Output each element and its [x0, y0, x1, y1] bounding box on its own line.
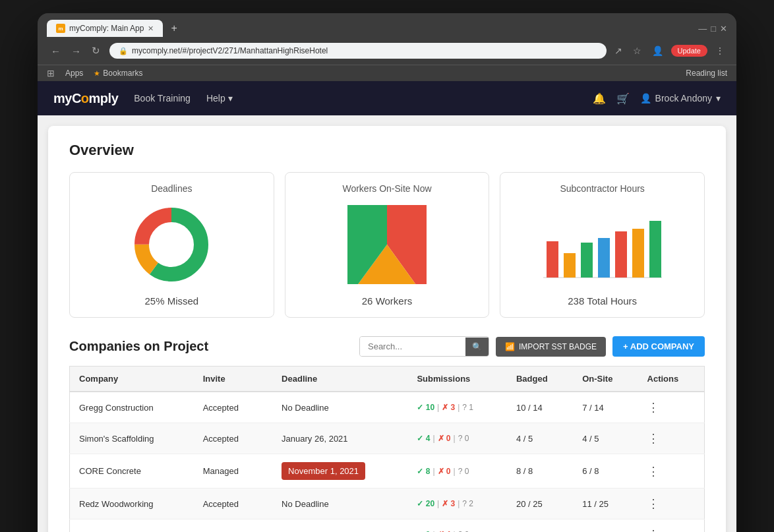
notifications-icon[interactable]: 🔔	[593, 92, 606, 105]
menu-dots-icon[interactable]: ⋮	[713, 43, 727, 59]
user-name: Brock Andony	[655, 93, 712, 103]
deadlines-card-value: 25% Missed	[80, 295, 263, 307]
invite-status: Accepted	[194, 488, 272, 519]
company-name: Simon's Scaffolding	[70, 423, 194, 454]
bar-2	[564, 253, 576, 278]
workers-card-value: 26 Workers	[296, 295, 479, 307]
badged-value: 10 / 14	[507, 392, 573, 423]
onsite-value: 4 / 5	[573, 423, 638, 454]
company-name: Redz Woodworking	[70, 488, 194, 519]
import-icon: 📶	[505, 342, 515, 351]
workers-card-title: Workers On-Site Now	[296, 183, 479, 194]
sep: |	[454, 434, 456, 443]
search-input[interactable]	[360, 337, 465, 356]
col-deadline: Deadline	[272, 367, 407, 392]
row-actions-button[interactable]: ⋮	[647, 431, 660, 446]
bar-1	[547, 241, 558, 278]
user-menu[interactable]: 👤 Brock Andony ▾	[640, 93, 721, 103]
col-onsite: On-Site	[573, 367, 638, 392]
invite-status: Accepted	[194, 392, 272, 423]
submission-values: ✓ 20 | ✗ 3 | ? 2	[417, 499, 498, 508]
workers-pie-chart	[347, 205, 427, 284]
row-actions-button[interactable]: ⋮	[647, 464, 660, 479]
deadlines-card: Deadlines 25% Missed	[69, 172, 274, 318]
submissions-cell: ✓ 4 | ✗ 0 | ? 0	[407, 423, 507, 454]
nav-help-chevron: ▾	[228, 93, 233, 103]
maximize-button[interactable]: □	[711, 24, 716, 34]
deadline-cell: November 1, 2021	[272, 454, 407, 488]
bookmark-star-icon[interactable]: ☆	[630, 43, 644, 59]
close-window-button[interactable]: ✕	[720, 24, 727, 34]
deadline-cell: February 15, 2022	[272, 519, 407, 533]
onsite-value: 0 / 11	[573, 519, 638, 533]
sep: |	[458, 403, 460, 412]
ssl-lock-icon: 🔒	[119, 47, 128, 55]
table-header: Company Invite Deadline Submissions Badg…	[70, 367, 705, 392]
add-company-button[interactable]: + ADD COMPANY	[612, 336, 705, 357]
deadline-cell: January 26, 2021	[272, 423, 407, 454]
overview-title: Overview	[69, 142, 705, 159]
row-actions-button[interactable]: ⋮	[647, 527, 660, 532]
sub-gray: ? 0	[458, 434, 469, 443]
search-box: 🔍	[359, 336, 489, 357]
table-row: Paul's Painting Not Invited February 15,…	[70, 519, 705, 533]
main-content: Overview Deadlines	[48, 126, 726, 532]
update-button[interactable]: Update	[671, 45, 707, 57]
submission-values: ✓ 8 | ✗ 0 | ? 0	[417, 467, 498, 476]
back-button[interactable]: ←	[47, 42, 65, 59]
table-row: Gregg Construction Accepted No Deadline …	[70, 392, 705, 423]
sub-red: ✗ 3	[442, 403, 455, 412]
minimize-button[interactable]: —	[698, 24, 707, 34]
bookmark-apps[interactable]: Apps	[65, 69, 83, 78]
tab-close-button[interactable]: ✕	[148, 24, 154, 33]
address-bar[interactable]: 🔒 mycomply.net/#/projectV2/271/Manhattan…	[109, 43, 607, 59]
companies-header: Companies on Project 🔍 📶 IMPORT SST BADG…	[69, 336, 705, 357]
sep: |	[432, 467, 434, 476]
table-row: Simon's Scaffolding Accepted January 26,…	[70, 423, 705, 454]
tab-label: myComply: Main App	[69, 24, 144, 33]
brand-comply: Comply	[72, 91, 118, 105]
cart-icon[interactable]: 🛒	[616, 92, 630, 105]
reload-button[interactable]: ↻	[88, 42, 104, 59]
svg-point-3	[152, 225, 191, 264]
search-button[interactable]: 🔍	[465, 338, 489, 356]
badged-value: 8 / 8	[507, 454, 573, 488]
nav-book-training[interactable]: Book Training	[134, 93, 191, 103]
forward-button[interactable]: →	[67, 42, 85, 59]
deadline-cell: No Deadline	[272, 392, 407, 423]
bookmark-bookmarks-label: Bookmarks	[103, 69, 142, 78]
col-company: Company	[70, 367, 194, 392]
user-avatar-icon: 👤	[640, 93, 651, 103]
user-profile-icon[interactable]: 👤	[649, 43, 666, 59]
user-menu-chevron: ▾	[716, 93, 721, 103]
bookmark-apps-label: Apps	[65, 69, 83, 78]
workers-chart	[296, 202, 479, 287]
submissions-cell: ✓ 10 | ✗ 3 | ? 1	[407, 392, 507, 423]
row-actions-button[interactable]: ⋮	[647, 400, 660, 415]
reading-list-link[interactable]: Reading list	[686, 69, 727, 78]
row-actions-button[interactable]: ⋮	[647, 496, 660, 511]
browser-tab-active[interactable]: m myComply: Main App ✕	[47, 20, 163, 37]
overview-cards: Deadlines 25% Missed	[69, 172, 705, 318]
badged-value: 20 / 25	[507, 488, 573, 519]
share-icon[interactable]: ↗	[612, 43, 625, 59]
bookmarks-bar: ⊞ Apps ★ Bookmarks Reading list	[38, 65, 736, 81]
sub-gray: ? 1	[462, 403, 473, 412]
col-submissions: Submissions	[407, 367, 507, 392]
col-invite: Invite	[194, 367, 272, 392]
sub-red: ✗ 0	[438, 434, 451, 443]
new-tab-button[interactable]: +	[165, 20, 182, 37]
nav-help[interactable]: Help ▾	[206, 93, 233, 103]
sep: |	[432, 434, 434, 443]
bookmark-bookmarks[interactable]: ★ Bookmarks	[94, 69, 142, 78]
submission-values: ✓ 10 | ✗ 3 | ? 1	[417, 403, 498, 412]
nav-buttons: ← → ↻	[47, 42, 104, 59]
sub-red: ✗ 3	[442, 499, 455, 508]
import-sst-badge-button[interactable]: 📶 IMPORT SST BADGE	[496, 337, 606, 357]
deadlines-card-title: Deadlines	[80, 183, 263, 194]
hours-card: Subcontractor Hours	[500, 172, 705, 318]
badged-value: 0 / 11	[507, 519, 573, 533]
sub-gray: ? 0	[458, 467, 469, 476]
bar-7	[649, 221, 661, 278]
sub-green: ✓ 10	[417, 403, 434, 412]
